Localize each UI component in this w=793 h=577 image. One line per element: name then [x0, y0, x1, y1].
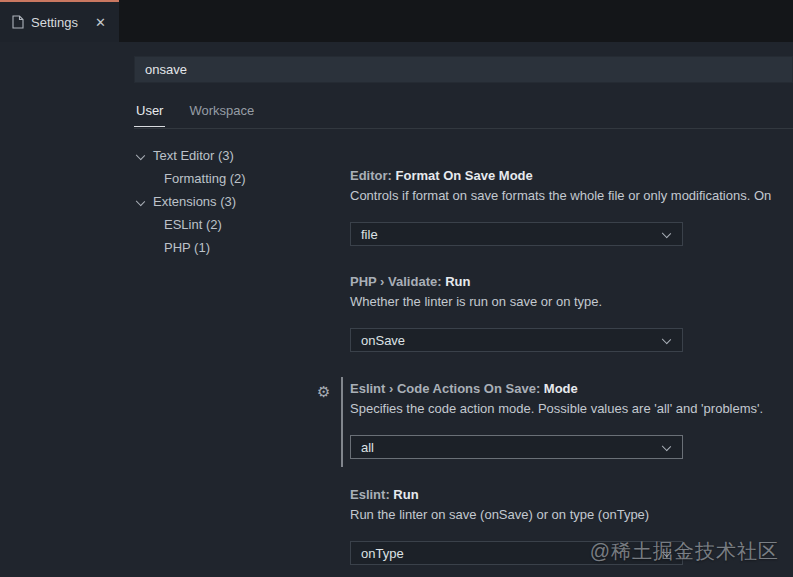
toc-item-formatting[interactable]: Formatting (2) [134, 167, 344, 190]
header-divider [134, 128, 793, 129]
eslint-run-select[interactable]: onType [350, 541, 683, 565]
tab-bar: Settings ✕ [0, 0, 793, 42]
scope-tabs: User Workspace [134, 99, 256, 127]
setting-eslint-run: Eslint: Run Run the linter on save (onSa… [350, 487, 793, 505]
toc-item-text-editor[interactable]: Text Editor (3) [134, 144, 344, 167]
setting-format-on-save-mode: Editor: Format On Save Mode Controls if … [350, 168, 793, 186]
row-focus-indicator [341, 377, 343, 467]
settings-list: Editor: Format On Save Mode Controls if … [350, 168, 793, 577]
tab-workspace[interactable]: Workspace [187, 99, 256, 127]
chevron-down-icon [662, 335, 671, 344]
tab-title: Settings [31, 15, 92, 30]
toc-item-eslint[interactable]: ESLint (2) [134, 213, 344, 236]
setting-description: Run the linter on save (onSave) or on ty… [350, 507, 649, 522]
setting-title: Eslint › Code Actions On Save: Mode [350, 381, 793, 399]
toc-item-php[interactable]: PHP (1) [134, 236, 344, 259]
format-on-save-mode-select[interactable]: file [350, 222, 683, 246]
tab-settings[interactable]: Settings ✕ [0, 0, 119, 42]
setting-title: Editor: Format On Save Mode [350, 168, 793, 186]
setting-description: Specifies the code action mode. Possible… [350, 401, 763, 416]
eslint-code-actions-mode-select[interactable]: all [350, 435, 683, 459]
setting-description: Controls if format on save formats the w… [350, 188, 771, 203]
setting-eslint-code-actions-mode: ⚙ Eslint › Code Actions On Save: Mode Sp… [350, 381, 793, 399]
settings-editor: User Workspace Text Editor (3) Formattin… [0, 42, 793, 577]
gear-icon[interactable]: ⚙ [317, 384, 330, 399]
chevron-down-icon [662, 442, 671, 451]
file-icon [12, 15, 24, 29]
settings-toc: Text Editor (3) Formatting (2) Extension… [134, 144, 344, 259]
chevron-down-icon [662, 229, 671, 238]
close-icon[interactable]: ✕ [92, 14, 109, 31]
toc-item-extensions[interactable]: Extensions (3) [134, 190, 344, 213]
setting-description: Whether the linter is run on save or on … [350, 294, 602, 309]
chevron-down-icon [662, 548, 671, 557]
php-validate-run-select[interactable]: onSave [350, 328, 683, 352]
setting-title: PHP › Validate: Run [350, 274, 793, 292]
tab-user[interactable]: User [134, 99, 165, 127]
setting-title: Eslint: Run [350, 487, 793, 505]
setting-php-validate-run: PHP › Validate: Run Whether the linter i… [350, 274, 793, 292]
settings-search-input[interactable] [134, 56, 793, 83]
